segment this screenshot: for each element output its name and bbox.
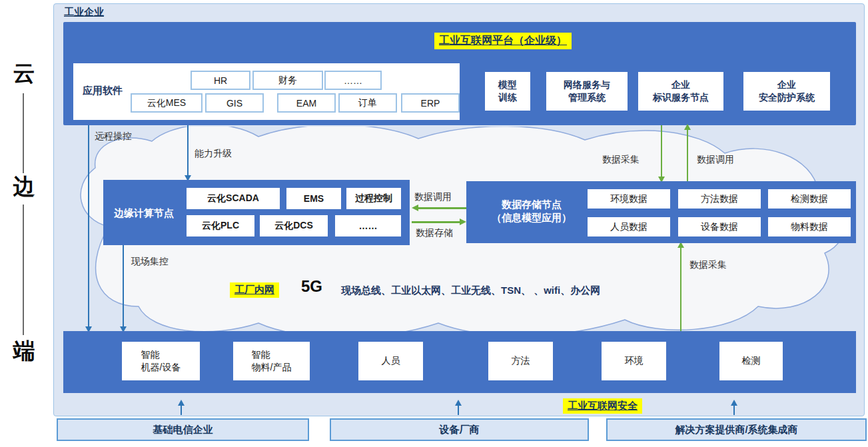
enterprise-label: 工业企业 [64, 6, 104, 19]
field-control-label: 现场集控 [131, 256, 169, 268]
module-model-training: 模型 训练 [485, 72, 530, 111]
app-box-eam: EAM [277, 93, 336, 113]
data-collect-top-arrow [661, 125, 662, 177]
module-network-service-mgmt: 网络服务与 管理系统 [546, 72, 628, 111]
factory-intranet-label: 工厂内网 [230, 282, 279, 298]
platform-bar: 工业互联网平台（企业级） 应用软件 HR 财务 …… 云化MES GIS EAM… [63, 22, 856, 125]
device-box-environment: 环境 [602, 342, 666, 380]
app-box-gis: GIS [205, 93, 264, 113]
edge-box-plc: 云化PLC [187, 215, 254, 236]
device-box-smart-material: 智能 物料/产品 [233, 342, 310, 380]
data-collect-bottom-arrow [680, 247, 681, 331]
device-box-method: 方法 [488, 342, 553, 380]
field-control-arrow [123, 245, 124, 327]
edge-box-process-control: 过程控制 [346, 188, 401, 209]
capability-upgrade-label: 能力升级 [195, 148, 232, 160]
storage-box-method: 方法数据 [678, 189, 761, 209]
storage-box-equipment: 设备数据 [678, 217, 761, 236]
app-box-mes: 云化MES [131, 93, 203, 113]
vendor-box-telecom: 基础电信企业 [57, 418, 309, 441]
storage-node-label: 数据存储节点 （信息模型应用） [478, 198, 585, 225]
edge-box-scada: 云化SCADA [187, 188, 280, 209]
app-software-label: 应用软件 [83, 85, 123, 97]
app-box-hr: HR [191, 71, 250, 90]
device-box-smart-machine: 智能 机器/设备 [122, 342, 200, 380]
edge-box-dcs: 云化DCS [260, 215, 328, 236]
remote-control-arrow [88, 125, 89, 327]
intranet-networks-list: 现场总线、工业以太网、工业无线、TSN、 、wifi、办公网 [341, 284, 600, 297]
storage-box-personnel: 人员数据 [588, 217, 670, 236]
edge-computing-node: 边缘计算节点 云化SCADA EMS 过程控制 云化PLC 云化DCS …… [103, 180, 410, 245]
vendor-arrow-telecom [181, 405, 182, 415]
edge-box-more: …… [335, 215, 401, 236]
capability-upgrade-arrow [187, 125, 189, 176]
device-layer-bar: 智能 机器/设备 智能 物料/产品 人员 方法 环境 检测 [63, 331, 856, 393]
storage-box-material: 物料数据 [768, 217, 851, 236]
layer-label-edge: 边 [9, 175, 39, 197]
intranet-5g-label: 5G [301, 277, 322, 296]
module-enterprise-id-node: 企业 标识服务节点 [638, 72, 723, 111]
data-storage-node: 数据存储节点 （信息模型应用） 环境数据 方法数据 检测数据 人员数据 设备数据… [466, 181, 856, 243]
data-store-mid-label: 数据存储 [416, 227, 453, 239]
data-store-mid-arrow [412, 221, 460, 223]
layer-label-device: 端 [9, 340, 39, 362]
data-call-mid-arrow [418, 207, 466, 209]
vendor-arrow-equipment [458, 405, 459, 415]
module-enterprise-security: 企业 安全防护系统 [743, 72, 830, 111]
app-box-finance: 财务 [252, 71, 323, 90]
edge-node-label: 边缘计算节点 [114, 207, 174, 220]
app-box-order: 订单 [338, 93, 397, 113]
data-call-mid-label: 数据调用 [414, 191, 452, 203]
app-box-more-top: …… [324, 71, 382, 90]
edge-box-ems: EMS [286, 188, 341, 209]
app-software-panel: 应用软件 HR 财务 …… 云化MES GIS EAM 订单 ERP [73, 63, 460, 120]
industrial-internet-security-label: 工业互联网安全 [563, 398, 642, 414]
data-call-top-label: 数据调用 [697, 154, 734, 166]
vendor-box-equipment: 设备厂商 [330, 418, 589, 441]
device-box-personnel: 人员 [358, 342, 423, 380]
storage-box-inspect: 检测数据 [768, 189, 851, 209]
platform-title: 工业互联网平台（企业级） [434, 33, 572, 49]
rail-line-cloud-edge [23, 93, 24, 173]
layer-label-cloud: 云 [9, 62, 39, 84]
rail-line-edge-device [23, 205, 24, 335]
data-collect-bottom-label: 数据采集 [689, 259, 727, 271]
industrial-internet-architecture-diagram: 云 边 端 工业企业 工业互联网平台（企业级） 应用软件 HR 财务 …… 云化… [0, 0, 868, 447]
data-collect-top-label: 数据采集 [602, 154, 640, 166]
vendor-box-integrator: 解决方案提供商/系统集成商 [606, 418, 867, 441]
vendor-arrow-integrator [733, 405, 735, 415]
storage-box-env: 环境数据 [588, 189, 670, 209]
app-box-erp: ERP [401, 93, 460, 113]
device-box-inspection: 检测 [719, 342, 783, 380]
remote-control-label: 远程操控 [95, 131, 132, 143]
data-call-top-arrow [687, 129, 688, 181]
